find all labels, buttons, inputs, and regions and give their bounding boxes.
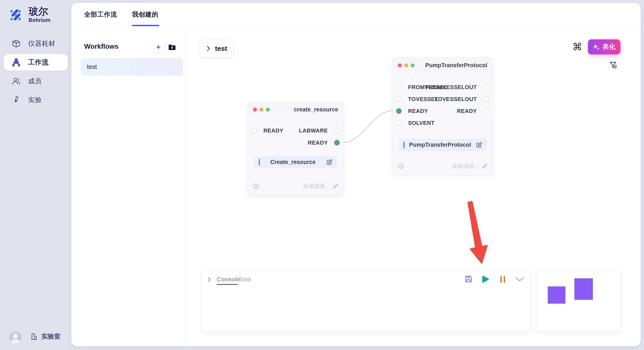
breadcrumb-label: test [215,45,227,52]
save-icon[interactable] [464,275,472,283]
workflow-list-item-test[interactable]: test [81,58,183,75]
tab-task[interactable]: Task [239,276,252,283]
traffic-red-icon [398,63,402,67]
port-output-ready: READY [457,107,489,115]
user-avatar[interactable] [9,331,22,344]
port-label: READY [408,108,428,114]
port-label: TOVESSEL [408,96,438,103]
sidebar-item-workflows[interactable]: 工作流 [4,54,68,71]
sidebar-item-members[interactable]: 成员 [4,73,68,90]
port-handle[interactable] [396,84,402,90]
canvas-breadcrumb[interactable]: test [200,40,234,57]
workflow-item-label: test [87,63,97,70]
port-handle[interactable] [483,84,489,90]
folder-download-icon [168,44,176,51]
collapse-chevron-down-icon[interactable] [515,277,524,282]
expand-chevron-icon[interactable] [208,277,211,282]
port-output-ready: READY [308,138,340,147]
workspace-tabbar: 全部工作流 我创建的 [71,3,640,26]
tab-all-workflows[interactable]: 全部工作流 [84,3,117,26]
node-title: PumpTransferProtocol [425,62,487,69]
port-label: READY [264,127,284,134]
import-workflow-button[interactable] [166,42,178,53]
brand-subtitle: Bohrium [28,17,50,23]
experiment-icon [12,95,21,105]
minimap-node-create-resource [548,286,566,304]
brand-logo: 玻尔 Bohrium [6,5,50,24]
sidebar-item-label: 仪器耗材 [28,39,55,48]
sidebar-item-instruments[interactable]: 仪器耗材 [4,35,68,52]
sidebar: 玻尔 Bohrium 仪器耗材 工作流 [0,0,71,350]
info-icon[interactable] [253,183,259,189]
members-icon [12,77,21,86]
workflows-panel-title: Workflows [84,42,118,50]
port-label: SOLVENT [408,120,434,126]
description-placeholder[interactable]: 添加描述... [452,163,479,170]
workflow-canvas[interactable]: test ⌘ 美化 create_resource READY [186,26,640,346]
run-play-icon[interactable] [482,275,489,283]
lab-switcher[interactable]: 实验室 [30,332,60,341]
port-label: READY [457,108,477,114]
sidebar-item-label: 实验 [28,95,42,104]
port-handle[interactable] [483,96,489,102]
plus-icon: + [156,43,160,52]
tab-my-created[interactable]: 我创建的 [132,3,158,26]
port-input-ready: READY [252,126,284,135]
traffic-yellow-icon [260,108,264,112]
edit-icon[interactable] [476,142,482,148]
workflows-panel: Workflows + test [71,26,186,346]
console-panel: Console Task [201,270,531,332]
node-footer: 添加描述... [253,181,338,191]
description-placeholder[interactable]: 添加描述... [303,182,330,190]
port-input-solvent: SOLVENT [396,119,434,127]
edit-icon[interactable] [326,159,332,166]
node-action-pill[interactable]: PumpTransferProtocol [399,139,487,151]
port-label: FROMVESSELOUT [426,84,477,91]
node-header: PumpTransferProtocol [393,58,492,73]
port-input-tovessel: TOVESSEL [396,95,438,103]
sidebar-item-label: 工作流 [28,58,48,67]
sidebar-item-experiments[interactable]: 实验 [4,92,68,108]
traffic-yellow-icon [404,63,408,67]
port-handle[interactable] [483,108,489,114]
minimap[interactable] [536,270,620,332]
port-handle[interactable] [396,108,402,114]
console-active-underline [217,284,238,285]
port-handle[interactable] [334,140,340,146]
port-label: TOVESSELOUT [434,96,477,103]
port-handle[interactable] [252,128,257,133]
port-handle[interactable] [396,96,402,102]
node-pump-transfer-protocol[interactable]: PumpTransferProtocol FROMVESSEL TOVESSEL… [392,57,492,175]
tab-console[interactable]: Console [217,276,240,283]
add-workflow-button[interactable]: + [152,42,164,53]
beautify-label: 美化 [602,42,616,51]
port-output-tovesselout: TOVESSELOUT [434,95,489,103]
pencil-icon[interactable] [333,183,338,189]
node-title: create_resource [294,106,338,113]
command-palette-icon[interactable]: ⌘ [572,41,582,52]
sidebar-item-label: 成员 [28,77,42,86]
port-output-labware: LABWARE [299,126,340,135]
traffic-green-icon [266,108,270,112]
filter-icon[interactable] [609,61,618,70]
beautify-button[interactable]: 美化 [588,39,620,54]
chevron-right-icon [206,45,211,52]
building-icon [30,332,38,341]
sidebar-footer: 实验室 [0,327,71,350]
lab-label: 实验室 [41,332,60,341]
traffic-green-icon [410,63,415,67]
sparkles-icon [593,43,600,51]
pencil-icon[interactable] [482,163,488,169]
info-icon[interactable] [398,163,404,169]
port-handle[interactable] [396,120,402,126]
pill-label: Create_resource [260,159,326,166]
workflow-icon [12,58,21,67]
node-action-pill[interactable]: Create_resource [254,156,337,168]
pause-icon[interactable] [500,276,506,283]
port-output-fromvesselout: FROMVESSELOUT [426,83,489,91]
node-header: create_resource [248,102,343,117]
minimap-node-pump-transfer [574,278,593,300]
node-create-resource[interactable]: create_resource READY LABWARE READY Crea… [248,102,344,195]
port-handle[interactable] [334,128,340,133]
main-card: 全部工作流 我创建的 Workflows + test [71,3,640,346]
